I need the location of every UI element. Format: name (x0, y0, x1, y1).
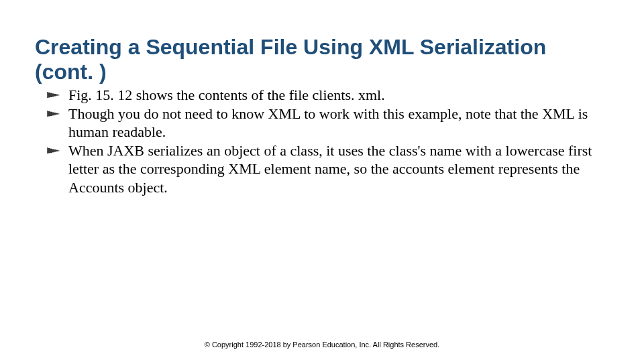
list-item: ⯈ When JAXB serializes an object of a cl… (46, 141, 604, 197)
list-item: ⯈ Fig. 15. 12 shows the contents of the … (46, 86, 604, 105)
bullet-icon: ⯈ (46, 91, 60, 101)
bullet-text: Though you do not need to know XML to wo… (68, 105, 604, 141)
bullet-icon: ⯈ (46, 147, 60, 156)
copyright-footer: © Copyright 1992-2018 by Pearson Educati… (0, 341, 644, 349)
slide-content: ⯈ Fig. 15. 12 shows the contents of the … (46, 86, 604, 196)
list-item: ⯈ Though you do not need to know XML to … (46, 105, 604, 141)
bullet-text: Fig. 15. 12 shows the contents of the fi… (68, 86, 604, 105)
bullet-text: When JAXB serializes an object of a clas… (68, 141, 604, 197)
slide: Creating a Sequential File Using XML Ser… (0, 0, 644, 362)
slide-title: Creating a Sequential File Using XML Ser… (35, 35, 609, 84)
bullet-icon: ⯈ (46, 110, 60, 119)
